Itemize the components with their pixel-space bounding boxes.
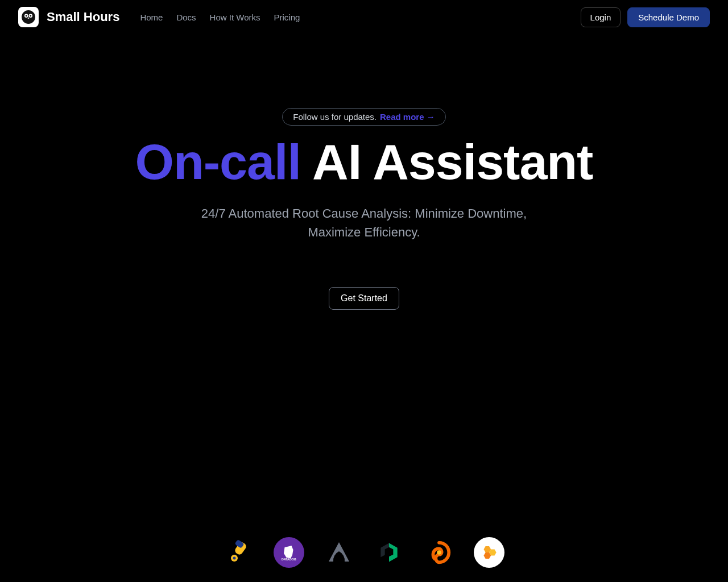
nav-link-home[interactable]: Home [140,13,163,22]
follow-text: Follow us for updates. [293,112,377,122]
sentry-logo-icon [324,537,354,568]
svg-text:DATADOG: DATADOG [282,558,296,561]
hero-title: On-call AI Assistant [23,136,705,188]
login-button[interactable]: Login [581,7,621,27]
honeycomb-logo-icon [474,537,504,568]
svg-point-11 [437,551,441,555]
nav-link-docs[interactable]: Docs [176,13,196,22]
nav-links: Home Docs How It Works Pricing [140,13,300,22]
newrelic-logo-icon [374,537,404,568]
svg-point-3 [26,15,27,16]
svg-point-9 [233,557,236,560]
owl-logo-icon [18,7,39,27]
hero-title-accent: On-call [135,134,301,190]
owl-icon [21,10,36,24]
follow-pill[interactable]: Follow us for updates. Read more → [282,108,445,126]
brand: Small Hours [18,7,119,27]
top-nav: Small Hours Home Docs How It Works Prici… [0,0,728,34]
telescope-logo-icon [224,537,254,568]
grafana-logo-icon [424,537,454,568]
schedule-demo-button[interactable]: Schedule Demo [627,7,710,27]
subtitle-line2: Maximize Efficiency. [308,225,420,239]
nav-link-how-it-works[interactable]: How It Works [210,13,260,22]
integrations-section: DATADOG [0,537,728,582]
nav-link-pricing[interactable]: Pricing [274,13,300,22]
subtitle-line1: 24/7 Automated Root Cause Analysis: Mini… [201,206,527,221]
hero-title-rest: AI Assistant [301,134,593,190]
brand-name: Small Hours [47,10,119,24]
datadog-logo-icon: DATADOG [274,537,304,568]
hero-section: Follow us for updates. Read more → On-ca… [0,34,728,310]
get-started-button[interactable]: Get Started [329,287,399,310]
follow-read-more-link[interactable]: Read more → [380,112,435,122]
hero-subtitle: 24/7 Automated Root Cause Analysis: Mini… [23,204,705,242]
integration-logo-row: DATADOG [0,537,728,568]
nav-right: Login Schedule Demo [581,7,710,27]
svg-point-4 [30,15,31,16]
